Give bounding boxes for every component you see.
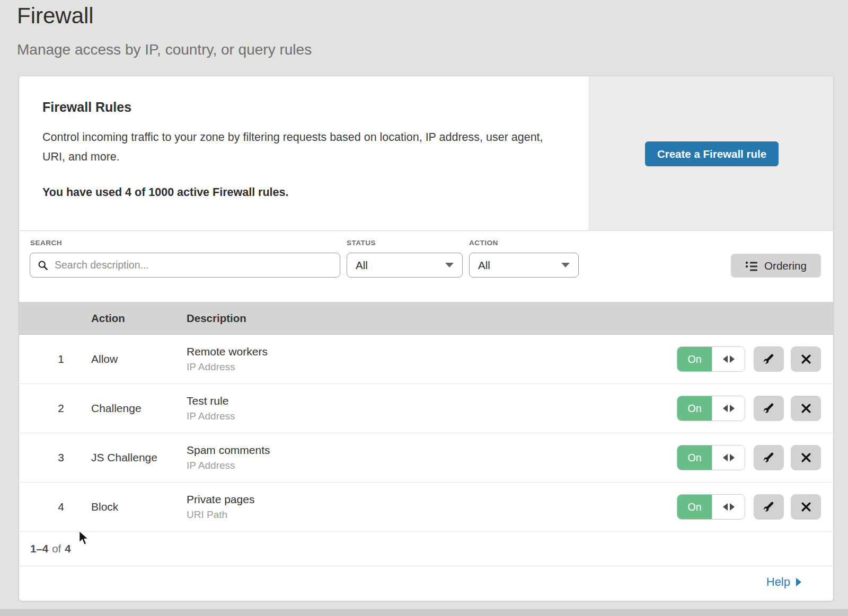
toggle-handle[interactable]: [712, 495, 745, 519]
rule-description-cell: Remote workers IP Address: [187, 345, 677, 373]
rule-match-type: IP Address: [187, 410, 677, 422]
description-column-header: Description: [187, 312, 833, 325]
rule-priority: 1: [19, 353, 64, 365]
chevron-down-icon: [445, 263, 454, 267]
firewall-rules-section: Firewall Rules Control incoming traffic …: [19, 76, 833, 231]
edit-rule-button[interactable]: [754, 396, 784, 421]
close-icon: [801, 354, 811, 364]
rule-description-cell: Spam comments IP Address: [187, 444, 677, 471]
page-subtitle: Manage access by IP, country, or query r…: [17, 41, 312, 58]
wrench-icon: [763, 452, 775, 463]
toggle-left-arrow-icon: [723, 454, 728, 461]
toggle-handle[interactable]: [712, 347, 745, 371]
action-column-header: Action: [91, 312, 187, 325]
usage-summary: You have used 4 of 1000 active Firewall …: [42, 186, 546, 199]
delete-rule-button[interactable]: [791, 346, 821, 372]
window-bottom-edge: [0, 609, 848, 616]
search-icon: [38, 260, 48, 271]
rule-match-type: URI Path: [187, 509, 677, 521]
rule-match-type: IP Address: [187, 361, 677, 373]
search-box[interactable]: [30, 253, 340, 278]
table-header: Action Description: [19, 302, 833, 335]
toggle-right-arrow-icon: [730, 355, 735, 363]
rule-match-type: IP Address: [187, 460, 677, 471]
delete-rule-button[interactable]: [791, 494, 821, 520]
toggle-on-label[interactable]: On: [677, 347, 712, 371]
toggle-right-arrow-icon: [730, 405, 735, 412]
toggle-handle[interactable]: [712, 445, 745, 470]
rule-priority: 3: [19, 451, 64, 464]
create-rule-panel: Create a Firewall rule: [589, 76, 833, 230]
edit-rule-button[interactable]: [754, 445, 784, 470]
table-body: 1 Allow Remote workers IP Address On: [19, 335, 833, 532]
rule-action: JS Challenge: [91, 451, 187, 464]
edit-rule-button[interactable]: [754, 346, 784, 372]
rule-controls: On: [677, 346, 821, 372]
rule-action: Block: [91, 501, 187, 513]
help-link[interactable]: Help: [766, 575, 801, 589]
rule-description: Remote workers: [187, 345, 677, 358]
close-icon: [801, 453, 811, 462]
pagination-total: 4: [65, 542, 70, 555]
rule-controls: On: [677, 494, 821, 520]
rule-description: Private pages: [187, 493, 677, 506]
search-label: SEARCH: [30, 239, 62, 247]
rule-action: Allow: [91, 353, 187, 365]
help-link-label: Help: [766, 575, 790, 589]
rule-controls: On: [677, 445, 821, 470]
search-input[interactable]: [54, 258, 332, 272]
rule-priority: 2: [19, 402, 64, 415]
rule-enabled-toggle[interactable]: On: [677, 396, 745, 421]
toggle-left-arrow-icon: [723, 405, 728, 412]
action-selected-value: All: [478, 259, 490, 272]
rule-description: Spam comments: [187, 444, 677, 457]
rule-action: Challenge: [91, 402, 187, 415]
status-label: STATUS: [347, 239, 376, 247]
status-select[interactable]: All: [347, 253, 463, 278]
pagination-of: of: [52, 542, 61, 555]
wrench-icon: [763, 353, 775, 365]
wrench-icon: [763, 403, 775, 414]
table-row: 3 JS Challenge Spam comments IP Address …: [19, 433, 833, 483]
delete-rule-button[interactable]: [791, 445, 821, 470]
create-firewall-rule-button[interactable]: Create a Firewall rule: [645, 141, 779, 166]
section-heading: Firewall Rules: [42, 100, 546, 115]
toggle-on-label[interactable]: On: [677, 396, 712, 421]
ordering-button[interactable]: Ordering: [731, 254, 821, 278]
rule-enabled-toggle[interactable]: On: [677, 494, 745, 520]
toggle-right-arrow-icon: [730, 503, 735, 511]
toggle-on-label[interactable]: On: [677, 445, 712, 470]
rule-controls: On: [677, 396, 821, 421]
rule-enabled-toggle[interactable]: On: [677, 445, 745, 470]
delete-rule-button[interactable]: [791, 396, 821, 421]
firewall-card: Firewall Rules Control incoming traffic …: [19, 76, 834, 601]
toggle-right-arrow-icon: [730, 454, 735, 461]
help-arrow-icon: [796, 578, 801, 586]
rule-description-cell: Private pages URI Path: [187, 493, 677, 521]
toggle-handle[interactable]: [712, 396, 745, 421]
close-icon: [801, 404, 811, 413]
pagination: 1–4 of 4: [19, 532, 833, 566]
help-row: Help: [19, 566, 833, 598]
toggle-left-arrow-icon: [723, 503, 728, 511]
rule-enabled-toggle[interactable]: On: [677, 346, 745, 372]
table-row: 4 Block Private pages URI Path On: [19, 483, 833, 532]
rule-priority: 4: [19, 501, 64, 513]
chevron-down-icon: [561, 263, 570, 267]
action-label: ACTION: [469, 239, 498, 247]
status-selected-value: All: [356, 259, 368, 272]
rule-description: Test rule: [187, 395, 677, 407]
wrench-icon: [763, 501, 775, 513]
pagination-range: 1–4: [30, 542, 48, 555]
table-row: 1 Allow Remote workers IP Address On: [19, 335, 833, 384]
toggle-on-label[interactable]: On: [677, 495, 712, 519]
toggle-left-arrow-icon: [723, 355, 728, 363]
close-icon: [801, 502, 811, 512]
rule-description-cell: Test rule IP Address: [187, 395, 677, 422]
ordering-list-icon: [745, 261, 758, 271]
filter-bar: SEARCH STATUS All ACTION All: [19, 231, 833, 302]
ordering-button-label: Ordering: [764, 260, 807, 272]
table-row: 2 Challenge Test rule IP Address On: [19, 384, 833, 433]
action-select[interactable]: All: [469, 253, 579, 278]
edit-rule-button[interactable]: [754, 494, 784, 520]
